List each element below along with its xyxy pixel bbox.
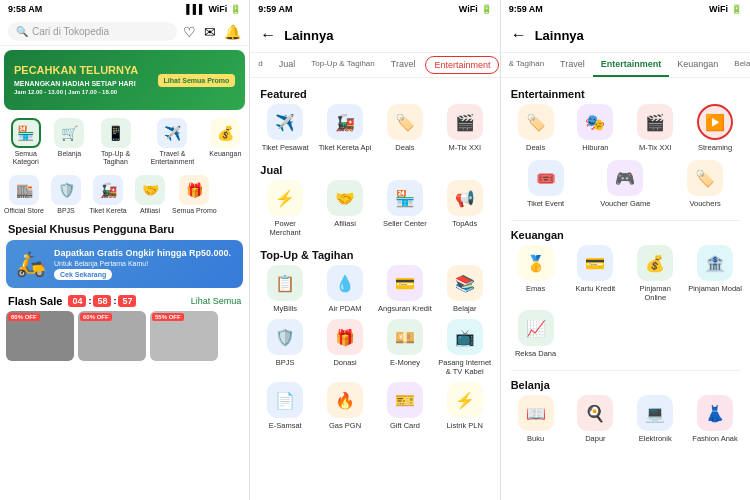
cat-label-belanja: Belanja — [58, 150, 81, 158]
grid-icon-dapur: 🍳 — [577, 395, 613, 431]
banner-title: PECAHKAN TELURNYA — [14, 63, 138, 78]
cat-semua[interactable]: 🏪 Semua Kategori — [4, 118, 47, 167]
cat-label-keuangan: Keuangan — [209, 150, 241, 158]
battery-icon-3: 🔋 — [731, 4, 742, 14]
grid-item-mtix[interactable]: 🎬 M-Tix XXI — [438, 104, 492, 152]
grid-kartu-kredit[interactable]: 💳 Kartu Kredit — [568, 245, 622, 302]
battery-icon: 🔋 — [230, 4, 241, 14]
grid-deals-p3[interactable]: 🏷️ Deals — [509, 104, 563, 152]
grid-buku[interactable]: 📖 Buku — [509, 395, 563, 443]
back-button-2[interactable]: ← — [260, 26, 276, 44]
p3-tabs: & Tagihan Travel Entertainment Keuangan … — [501, 53, 750, 78]
grid-icon-donasi: 🎁 — [327, 319, 363, 355]
grid-item-mybills[interactable]: 📋 MyBills — [258, 265, 312, 313]
promo-cta[interactable]: Cek Sekarang — [54, 269, 112, 280]
tab-entertainment-p3[interactable]: Entertainment — [593, 53, 670, 77]
grid-item-seller[interactable]: 🏪 Seller Center — [378, 180, 432, 237]
cat-belanja[interactable]: 🛒 Belanja — [49, 118, 89, 167]
tab-keuangan-p3[interactable]: Keuangan — [669, 53, 726, 77]
grid-item-donasi[interactable]: 🎁 Donasi — [318, 319, 372, 376]
back-button-3[interactable]: ← — [511, 26, 527, 44]
grid-item-giftcard[interactable]: 🎫 Gift Card — [378, 382, 432, 430]
grid-label-belajar: Belajar — [453, 304, 476, 313]
cat-official[interactable]: 🏬 Official Store — [4, 175, 44, 215]
grid-icon-angsuran: 💳 — [387, 265, 423, 301]
grid-label-deals-p3: Deals — [526, 143, 545, 152]
grid-item-kereta[interactable]: 🚂 Tiket Kereta Api — [318, 104, 372, 152]
grid-item-pdam[interactable]: 💧 Air PDAM — [318, 265, 372, 313]
grid-label-kereta: Tiket Kereta Api — [319, 143, 372, 152]
tab-tagihan-p3[interactable]: & Tagihan — [501, 53, 552, 77]
tab-topup[interactable]: Top-Up & Tagihan — [303, 53, 382, 77]
tab-travel-p3[interactable]: Travel — [552, 53, 593, 77]
grid-item-angsuran[interactable]: 💳 Angsuran Kredit — [378, 265, 432, 313]
tab-entertainment-p2[interactable]: Entertainment — [425, 56, 499, 74]
grid-dapur[interactable]: 🍳 Dapur — [568, 395, 622, 443]
grid-item-belajar[interactable]: 📚 Belajar — [438, 265, 492, 313]
grid-vouchers[interactable]: 🏷️ Vouchers — [668, 160, 742, 208]
grid-label-esamsat: E-Samsat — [269, 421, 302, 430]
grid-item-afiliasi[interactable]: 🤝 Afiliasi — [318, 180, 372, 237]
flash-item-1[interactable]: 80% OFF — [6, 311, 74, 361]
grid-item-bpjs[interactable]: 🛡️ BPJS — [258, 319, 312, 376]
time-2: 9:59 AM — [258, 4, 292, 14]
mail-icon[interactable]: ✉ — [204, 24, 216, 40]
grid-icon-afiliasi: 🤝 — [327, 180, 363, 216]
cat-keuangan[interactable]: 💰 Keuangan — [205, 118, 245, 167]
cat-icon-official: 🏬 — [9, 175, 39, 205]
grid-mtix-p3[interactable]: 🎬 M-Tix XXI — [628, 104, 682, 152]
cat-travel[interactable]: ✈️ Travel & Entertainment — [142, 118, 204, 167]
grid-item-gas[interactable]: 🔥 Gas PGN — [318, 382, 372, 430]
grid-hiburan-p3[interactable]: 🎭 Hiburan — [568, 104, 622, 152]
grid-pinjaman-online[interactable]: 💰 Pinjaman Online — [628, 245, 682, 302]
grid-tiket-event[interactable]: 🎟️ Tiket Event — [509, 160, 583, 208]
grid-label-seller: Seller Center — [383, 219, 427, 228]
grid-label-donasi: Donasi — [333, 358, 356, 367]
grid-pinjaman-modal[interactable]: 🏦 Pinjaman Modal — [688, 245, 742, 302]
grid-icon-pdam: 💧 — [327, 265, 363, 301]
grid-emas[interactable]: 🥇 Emas — [509, 245, 563, 302]
grid-item-pln[interactable]: ⚡ Listrik PLN — [438, 382, 492, 430]
grid-reksa-dana[interactable]: 📈 Reksa Dana — [509, 310, 563, 358]
grid-fashion-anak[interactable]: 👗 Fashion Anak — [688, 395, 742, 443]
grid-streaming-p3[interactable]: ▶️ Streaming — [688, 104, 742, 152]
grid-item-topads[interactable]: 📢 TopAds — [438, 180, 492, 237]
flash-item-2[interactable]: 60% OFF — [78, 311, 146, 361]
cat-label-bpjs: BPJS — [57, 207, 75, 215]
grid-item-deals[interactable]: 🏷️ Deals — [378, 104, 432, 152]
grid-item-pesawat[interactable]: ✈️ Tiket Pesawat — [258, 104, 312, 152]
cat-icon-topup: 📱 — [101, 118, 131, 148]
grid-icon-internet: 📺 — [447, 319, 483, 355]
heart-icon[interactable]: ♡ — [183, 24, 196, 40]
flash-item-3[interactable]: 55% OFF — [150, 311, 218, 361]
grid-item-internet[interactable]: 📺 Pasang Internet & TV Kabel — [438, 319, 492, 376]
cat-tiket-kereta[interactable]: 🚂 Tiket Kereta — [88, 175, 128, 215]
cat-afiliasi[interactable]: 🤝 Afiliasi — [130, 175, 170, 215]
bell-icon[interactable]: 🔔 — [224, 24, 241, 40]
promo-icon: 🛵 — [16, 250, 46, 278]
flash-timer: 04 : 58 : 57 — [68, 295, 136, 307]
tab-d[interactable]: d — [250, 53, 270, 77]
tab-jual[interactable]: Jual — [271, 53, 304, 77]
grid-item-esamsat[interactable]: 📄 E-Samsat — [258, 382, 312, 430]
cat-icon-belanja: 🛒 — [54, 118, 84, 148]
search-bar[interactable]: 🔍 Cari di Tokopedia — [8, 22, 177, 41]
banner-cta[interactable]: Lihat Semua Promo — [158, 74, 236, 87]
grid-label-fashion-anak: Fashion Anak — [692, 434, 737, 443]
grid-elektronik[interactable]: 💻 Elektronik — [628, 395, 682, 443]
grid-voucher-game[interactable]: 🎮 Voucher Game — [588, 160, 662, 208]
grid-item-emoney[interactable]: 💴 E-Money — [378, 319, 432, 376]
tab-travel[interactable]: Travel — [383, 53, 424, 77]
cat-bpjs[interactable]: 🛡️ BPJS — [46, 175, 86, 215]
cat-semua-promo[interactable]: 🎁 Semua Promo — [172, 175, 217, 215]
tab-belanj-p3[interactable]: Belanj — [726, 53, 750, 77]
cat-topup[interactable]: 📱 Top-Up & Tagihan — [91, 118, 139, 167]
grid-reksa: 📈 Reksa Dana — [505, 310, 746, 366]
grid-label-pln: Listrik PLN — [447, 421, 483, 430]
cat-icon-afiliasi: 🤝 — [135, 175, 165, 205]
status-bar-1: 9:58 AM ▌▌▌ WiFi 🔋 — [0, 0, 249, 18]
flash-lihat-semua[interactable]: Lihat Semua — [191, 296, 242, 306]
grid-item-power[interactable]: ⚡ Power Merchant — [258, 180, 312, 237]
banner-text: PECAHKAN TELURNYA MENANGKAN HADIAH SETIA… — [14, 63, 138, 97]
p3-title: Lainnya — [535, 28, 584, 43]
